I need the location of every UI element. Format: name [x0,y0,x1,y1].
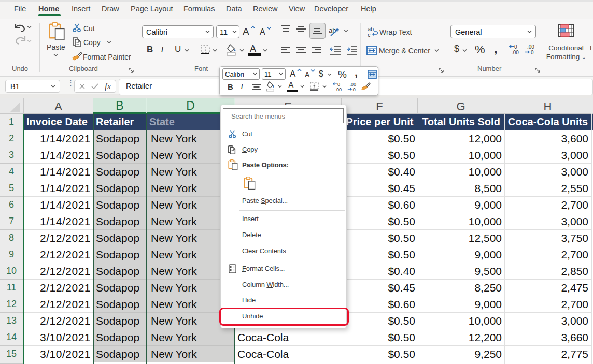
svg-text:.00: .00 [527,44,534,50]
svg-text:c: c [368,32,371,38]
svg-text:0: 0 [353,87,356,92]
svg-text:.00: .00 [512,50,519,55]
svg-text:ab: ab [329,26,336,34]
svg-text:0: 0 [514,44,517,50]
svg-text:.00: .00 [335,87,342,92]
svg-text:0: 0 [531,50,534,55]
svg-text:0: 0 [337,82,340,87]
svg-text:.00: .00 [350,82,357,87]
